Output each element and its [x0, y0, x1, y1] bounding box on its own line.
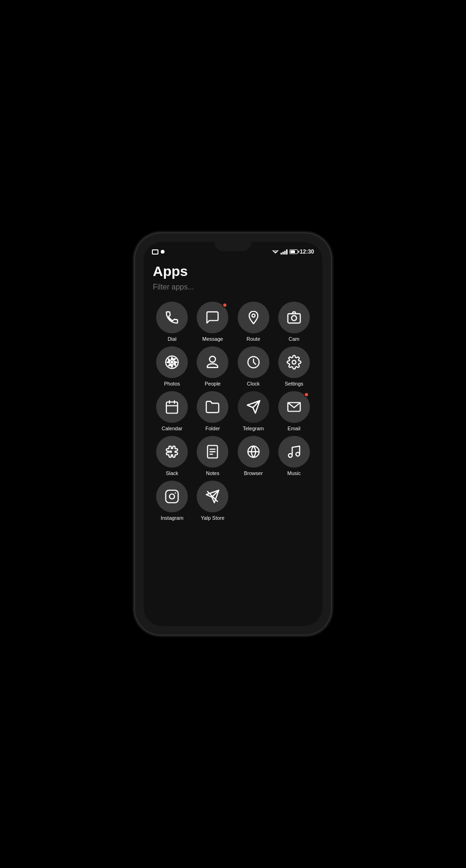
notes-icon [205, 444, 220, 459]
screen-content: Apps Filter apps... Dial [144, 259, 322, 626]
app-label-calendar: Calendar [162, 426, 183, 431]
app-item-instagram[interactable]: Instagram [153, 481, 191, 521]
slack-icon [164, 444, 179, 459]
app-item-cam[interactable]: Cam [275, 302, 313, 342]
app-item-photos[interactable]: Photos [153, 346, 191, 386]
svg-point-23 [175, 492, 176, 494]
app-item-clock[interactable]: Clock [234, 346, 273, 386]
app-label-browser: Browser [244, 470, 262, 476]
svg-point-6 [171, 361, 173, 363]
status-left-icons [152, 249, 164, 255]
app-item-email[interactable]: Email [275, 391, 313, 431]
app-label-dial: Dial [168, 336, 177, 342]
notification-dot-message [222, 303, 227, 308]
page-title: Apps [153, 263, 313, 279]
time-display: 12:30 [300, 248, 314, 255]
photos-icon [164, 355, 179, 370]
filter-placeholder[interactable]: Filter apps... [153, 283, 313, 291]
clock-icon [246, 355, 261, 370]
message-icon [205, 310, 220, 325]
app-label-yalp: Yalp Store [201, 515, 225, 521]
app-label-message: Message [202, 336, 223, 342]
route-icon [246, 310, 261, 325]
calendar-icon [164, 400, 179, 414]
svg-point-22 [170, 494, 175, 499]
signal-icon [281, 249, 288, 255]
svg-rect-21 [166, 490, 178, 503]
status-right-icons: 12:30 [272, 248, 314, 255]
people-icon [205, 355, 220, 370]
camera-icon [287, 310, 302, 325]
wifi-icon [272, 249, 279, 255]
status-dot [161, 250, 164, 254]
app-item-dial[interactable]: Dial [153, 302, 191, 342]
phone-icon [164, 310, 179, 325]
app-label-route: Route [247, 336, 260, 342]
phone-screen: 12:30 Apps Filter apps... Dial [144, 242, 322, 626]
app-label-email: Email [288, 426, 301, 431]
app-label-instagram: Instagram [161, 515, 184, 521]
instagram-icon [164, 489, 179, 504]
app-label-folder: Folder [206, 426, 220, 431]
app-label-clock: Clock [247, 381, 260, 386]
svg-point-8 [292, 360, 296, 364]
app-item-yalp[interactable]: Yalp Store [193, 481, 232, 521]
folder-icon [205, 400, 220, 414]
svg-point-20 [296, 452, 300, 456]
app-item-notes[interactable]: Notes [193, 436, 232, 476]
app-label-notes: Notes [206, 470, 219, 476]
app-label-slack: Slack [166, 470, 178, 476]
app-label-photos: Photos [164, 381, 180, 386]
app-item-route[interactable]: Route [234, 302, 273, 342]
settings-icon [287, 355, 302, 370]
notch [214, 242, 252, 251]
app-item-settings[interactable]: Settings [275, 346, 313, 386]
app-item-folder[interactable]: Folder [193, 391, 232, 431]
app-item-slack[interactable]: Slack [153, 436, 191, 476]
sim-icon [152, 249, 158, 255]
phone-device: 12:30 Apps Filter apps... Dial [135, 234, 331, 634]
battery-icon [289, 249, 298, 254]
svg-point-4 [292, 316, 297, 321]
notification-dot-email [304, 392, 309, 397]
app-item-telegram[interactable]: Telegram [234, 391, 273, 431]
browser-icon [246, 444, 261, 459]
app-label-cam: Cam [288, 336, 299, 342]
app-item-people[interactable]: People [193, 346, 232, 386]
music-icon [287, 444, 302, 459]
app-label-people: People [205, 381, 220, 386]
svg-point-19 [288, 454, 292, 457]
app-item-message[interactable]: Message [193, 302, 232, 342]
app-label-music: Music [288, 470, 301, 476]
app-label-telegram: Telegram [243, 426, 264, 431]
svg-rect-9 [166, 402, 178, 413]
app-grid: Dial Message [153, 302, 313, 521]
telegram-icon [246, 400, 261, 414]
app-item-music[interactable]: Music [275, 436, 313, 476]
yalp-icon [205, 489, 220, 504]
app-label-settings: Settings [285, 381, 303, 386]
app-item-browser[interactable]: Browser [234, 436, 273, 476]
app-item-calendar[interactable]: Calendar [153, 391, 191, 431]
email-icon [287, 400, 302, 414]
